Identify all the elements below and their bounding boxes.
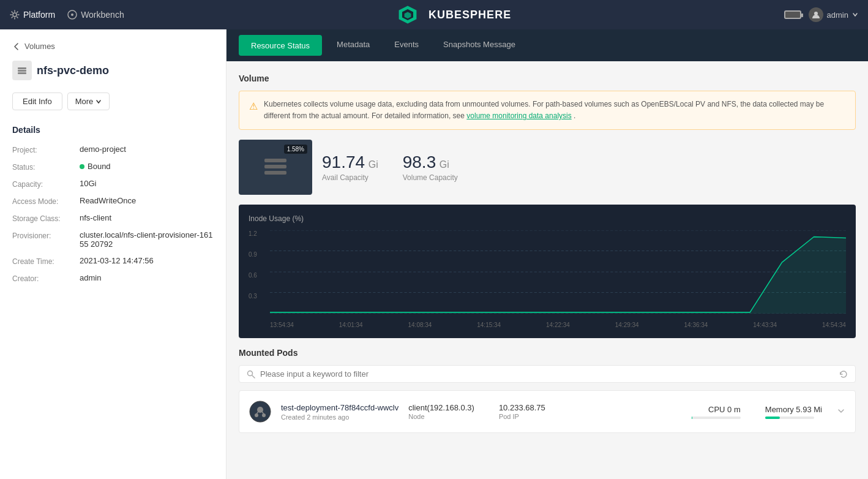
more-button[interactable]: More	[67, 92, 110, 110]
detail-provisioner: Provisioner: cluster.local/nfs-client-pr…	[12, 230, 214, 249]
resource-icon	[12, 61, 32, 80]
volume-capacity-value: 98.3	[403, 153, 436, 172]
admin-menu[interactable]: admin	[809, 7, 858, 22]
volume-capacity-unit: Gi	[440, 159, 449, 170]
search-icon	[247, 370, 255, 379]
tab-metadata-label: Metadata	[337, 40, 370, 49]
provisioner-label: Provisioner:	[12, 230, 80, 249]
svg-rect-11	[264, 165, 286, 168]
avail-capacity-metric: 91.74 Gi Avail Capacity	[322, 153, 378, 182]
svg-rect-9	[18, 72, 26, 74]
workbench-label: Workbench	[81, 10, 124, 20]
pod-cpu-bar-fill	[692, 417, 693, 419]
volume-section-title: Volume	[239, 74, 856, 83]
x-label-4: 14:15:34	[477, 322, 501, 328]
pod-cpu-label: CPU 0 m	[692, 405, 741, 414]
kubesphere-logo-icon	[397, 4, 419, 26]
chart-svg-wrapper	[270, 230, 846, 314]
more-button-label: More	[75, 97, 94, 106]
access-mode-value: ReadWriteOnce	[80, 196, 214, 206]
pod-expand-button[interactable]	[837, 407, 845, 417]
pod-memory-bar-fill	[765, 417, 780, 419]
refresh-icon[interactable]	[839, 370, 848, 379]
volumes-back-button[interactable]: Volumes	[12, 42, 214, 51]
project-label: Project:	[12, 145, 80, 154]
mounted-pods-title: Mounted Pods	[239, 348, 856, 358]
warning-icon: ⚠	[249, 99, 258, 122]
pod-name: test-deployment-78f84ccfd-wwclv	[281, 403, 398, 412]
svg-point-0	[13, 13, 17, 17]
x-label-5: 14:22:34	[546, 322, 570, 328]
pod-memory-label: Memory 5.93 Mi	[765, 405, 822, 414]
x-label-8: 14:43:34	[753, 322, 777, 328]
svg-rect-10	[264, 159, 286, 162]
svg-point-18	[248, 371, 253, 375]
tab-events-label: Events	[394, 40, 419, 49]
detail-create-time: Create Time: 2021-03-12 14:47:56	[12, 256, 214, 266]
gear-icon	[10, 10, 20, 20]
y-label-4: 0.3	[249, 293, 267, 300]
topnav-left: Platform Workbench	[10, 10, 124, 20]
volume-thumb-icon	[261, 153, 290, 182]
platform-label: Platform	[23, 10, 55, 20]
edit-info-button[interactable]: Edit Info	[12, 92, 62, 110]
storage-class-label: Storage Class:	[12, 213, 80, 223]
detail-project: Project: demo-project	[12, 145, 214, 154]
capacity-metrics: 91.74 Gi Avail Capacity 98.3 Gi Volume C…	[322, 140, 458, 195]
chart-x-labels: 13:54:34 14:01:34 14:08:34 14:15:34 14:2…	[270, 322, 846, 328]
volumes-back-label: Volumes	[24, 42, 55, 51]
pod-icon	[249, 401, 271, 423]
access-mode-label: Access Mode:	[12, 196, 80, 206]
pod-node: client(192.168.0.3) Node	[408, 403, 474, 420]
tab-metadata[interactable]: Metadata	[324, 29, 382, 61]
x-label-1: 13:54:34	[270, 322, 294, 328]
warning-link[interactable]: volume monitoring data analysis	[466, 111, 571, 120]
pod-cpu: CPU 0 m	[692, 405, 741, 419]
warning-box: ⚠ Kubernetes collects volume usage data,…	[239, 91, 856, 130]
user-icon	[812, 10, 820, 19]
creator-label: Creator:	[12, 273, 80, 283]
platform-nav[interactable]: Platform	[10, 10, 55, 20]
project-value: demo-project	[80, 145, 214, 154]
pod-avatar-icon	[249, 401, 271, 423]
battery-icon	[784, 10, 801, 19]
content-body: Volume ⚠ Kubernetes collects volume usag…	[226, 61, 868, 479]
content: Resource Status Metadata Events Snapshot…	[226, 29, 868, 479]
tab-resource-status[interactable]: Resource Status	[239, 35, 322, 56]
detail-creator: Creator: admin	[12, 273, 214, 283]
pod-memory-bar	[765, 417, 814, 419]
capacity-value: 10Gi	[80, 179, 214, 189]
tab-snapshots-message[interactable]: Snapshots Message	[431, 29, 528, 61]
provisioner-value: cluster.local/nfs-client-provisioner-161…	[80, 230, 214, 249]
x-label-3: 14:08:34	[408, 322, 432, 328]
tab-snapshots-message-label: Snapshots Message	[443, 40, 515, 49]
avail-capacity-value: 91.74	[322, 153, 365, 172]
chart-y-labels: 1.2 0.9 0.6 0.3	[249, 230, 267, 314]
pod-ip: 10.233.68.75 Pod IP	[499, 403, 545, 420]
topnav: Platform Workbench KUBESPHERE	[0, 0, 868, 29]
status-dot	[80, 164, 84, 169]
workbench-nav[interactable]: Workbench	[67, 10, 124, 20]
search-input[interactable]	[260, 369, 834, 379]
pod-ip-value: 10.233.68.75	[499, 403, 545, 412]
search-bar	[239, 365, 856, 383]
create-time-label: Create Time:	[12, 256, 80, 266]
svg-point-2	[71, 13, 73, 16]
detail-access-mode: Access Mode: ReadWriteOnce	[12, 196, 214, 206]
detail-capacity: Capacity: 10Gi	[12, 179, 214, 189]
inode-usage-chart: Inode Usage (%) 1.2 0.9 0.6 0.3	[239, 205, 856, 338]
admin-label: admin	[827, 10, 848, 20]
volume-capacity-metric: 98.3 Gi Volume Capacity	[403, 153, 458, 182]
x-label-6: 14:29:34	[615, 322, 639, 328]
tabs-bar: Resource Status Metadata Events Snapshot…	[226, 29, 868, 61]
svg-line-19	[252, 375, 255, 378]
action-buttons: Edit Info More	[12, 92, 214, 110]
tab-events[interactable]: Events	[382, 29, 431, 61]
svg-rect-12	[264, 171, 286, 175]
capacity-label: Capacity:	[12, 179, 80, 189]
pod-node-value: client(192.168.0.3)	[408, 403, 474, 412]
pod-node-label: Node	[408, 413, 474, 420]
chevron-down-icon	[95, 99, 102, 105]
volume-capacity-label: Volume Capacity	[403, 173, 458, 182]
resource-title: nfs-pvc-demo	[12, 61, 214, 80]
